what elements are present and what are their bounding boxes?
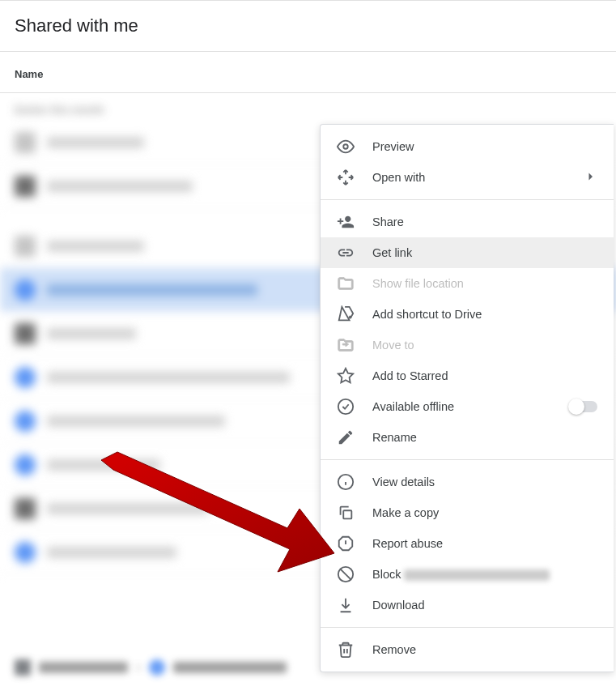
star-icon <box>337 367 355 385</box>
info-icon <box>337 473 355 491</box>
context-menu: Preview Open with Share Get link Show fi… <box>320 124 614 672</box>
menu-divider <box>321 199 614 200</box>
group-label: Earlier this month <box>0 94 616 121</box>
open-with-icon <box>337 168 355 186</box>
menu-label: Share <box>372 215 597 228</box>
menu-label: Download <box>372 599 597 612</box>
menu-item-open-with[interactable]: Open with <box>321 162 614 193</box>
menu-divider <box>321 459 614 460</box>
menu-item-available-offline[interactable]: Available offline <box>321 391 614 422</box>
menu-item-report-abuse[interactable]: Report abuse <box>321 528 614 559</box>
menu-label: View details <box>372 475 597 488</box>
menu-label: Make a copy <box>372 506 597 519</box>
menu-label: Add to Starred <box>372 369 597 382</box>
menu-label: Add shortcut to Drive <box>372 308 597 321</box>
menu-label: Show file location <box>372 277 597 290</box>
menu-label: Block <box>372 568 597 581</box>
menu-item-add-shortcut[interactable]: Add shortcut to Drive <box>321 299 614 330</box>
menu-label: Remove <box>372 643 597 656</box>
menu-label: Get link <box>372 246 597 259</box>
column-header-row: Name <box>0 52 616 93</box>
menu-label: Rename <box>372 431 597 444</box>
offline-toggle[interactable] <box>570 401 597 412</box>
menu-divider <box>321 627 614 628</box>
breadcrumb: › <box>15 659 287 676</box>
block-icon <box>337 565 355 583</box>
report-icon <box>337 535 355 552</box>
edit-icon <box>337 429 355 446</box>
move-icon <box>337 336 355 354</box>
svg-point-1 <box>338 399 353 414</box>
svg-rect-5 <box>343 510 351 518</box>
menu-label: Preview <box>372 140 597 153</box>
page-title: Shared with me <box>15 15 601 36</box>
redacted-email <box>404 569 550 581</box>
folder-icon <box>337 275 355 292</box>
copy-icon <box>337 504 355 522</box>
menu-item-view-details[interactable]: View details <box>321 467 614 497</box>
menu-item-block[interactable]: Block <box>321 559 614 590</box>
menu-item-get-link[interactable]: Get link <box>321 237 614 268</box>
view-header: Shared with me <box>0 0 616 52</box>
column-name-header[interactable]: Name <box>15 68 43 80</box>
eye-icon <box>337 138 355 156</box>
svg-point-0 <box>343 144 348 149</box>
menu-item-preview[interactable]: Preview <box>321 131 614 162</box>
link-icon <box>337 244 355 262</box>
download-icon <box>337 596 355 614</box>
menu-item-rename[interactable]: Rename <box>321 422 614 453</box>
drive-shortcut-icon <box>337 305 355 323</box>
menu-item-share[interactable]: Share <box>321 207 614 237</box>
menu-item-show-location: Show file location <box>321 268 614 299</box>
menu-item-move-to: Move to <box>321 330 614 360</box>
svg-line-9 <box>341 569 351 580</box>
trash-icon <box>337 641 355 659</box>
person-add-icon <box>337 213 355 231</box>
menu-item-download[interactable]: Download <box>321 590 614 620</box>
menu-item-add-starred[interactable]: Add to Starred <box>321 360 614 391</box>
offline-icon <box>337 398 355 416</box>
menu-label: Available offline <box>372 400 552 413</box>
menu-label: Report abuse <box>372 537 597 550</box>
menu-item-make-copy[interactable]: Make a copy <box>321 497 614 528</box>
chevron-right-icon <box>583 169 597 186</box>
menu-label: Move to <box>372 339 597 352</box>
menu-item-remove[interactable]: Remove <box>321 634 614 665</box>
menu-label: Open with <box>372 171 565 184</box>
